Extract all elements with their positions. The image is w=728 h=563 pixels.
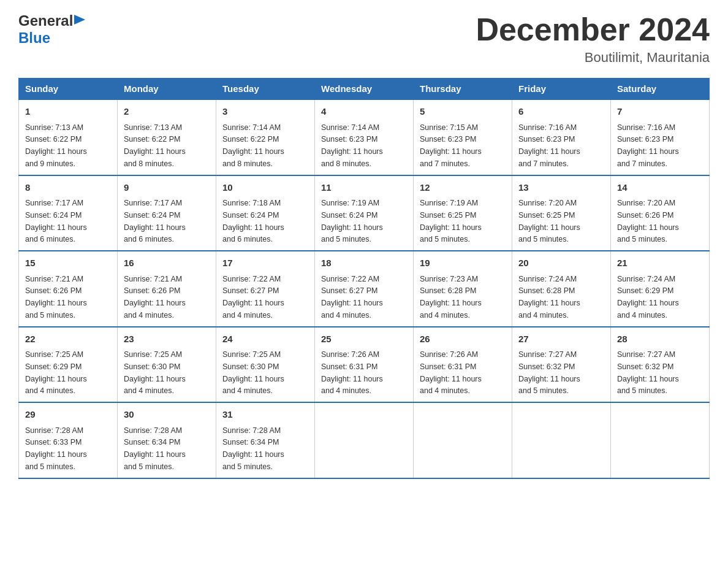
calendar-cell: 4 Sunrise: 7:14 AMSunset: 6:23 PMDayligh… <box>315 99 414 175</box>
day-info: Sunrise: 7:26 AMSunset: 6:31 PMDaylight:… <box>321 350 383 395</box>
calendar-cell: 20 Sunrise: 7:24 AMSunset: 6:28 PMDaylig… <box>512 251 611 327</box>
day-number: 20 <box>518 256 604 270</box>
day-number: 3 <box>222 105 308 119</box>
calendar-cell <box>315 402 414 478</box>
calendar-cell: 27 Sunrise: 7:27 AMSunset: 6:32 PMDaylig… <box>512 327 611 403</box>
calendar-cell: 19 Sunrise: 7:23 AMSunset: 6:28 PMDaylig… <box>414 251 512 327</box>
calendar-header-sunday: Sunday <box>19 79 118 100</box>
calendar-cell: 2 Sunrise: 7:13 AMSunset: 6:22 PMDayligh… <box>118 99 216 175</box>
day-info: Sunrise: 7:14 AMSunset: 6:22 PMDaylight:… <box>222 123 284 168</box>
calendar-cell: 3 Sunrise: 7:14 AMSunset: 6:22 PMDayligh… <box>216 99 315 175</box>
day-number: 17 <box>222 256 308 270</box>
calendar-cell: 24 Sunrise: 7:25 AMSunset: 6:30 PMDaylig… <box>216 327 315 403</box>
calendar-cell: 28 Sunrise: 7:27 AMSunset: 6:32 PMDaylig… <box>611 327 710 403</box>
day-info: Sunrise: 7:13 AMSunset: 6:22 PMDaylight:… <box>25 123 87 168</box>
calendar-cell: 14 Sunrise: 7:20 AMSunset: 6:26 PMDaylig… <box>611 175 710 251</box>
calendar-cell: 30 Sunrise: 7:28 AMSunset: 6:34 PMDaylig… <box>118 402 216 478</box>
day-info: Sunrise: 7:21 AMSunset: 6:26 PMDaylight:… <box>124 275 186 320</box>
day-number: 27 <box>518 332 604 347</box>
calendar-cell: 22 Sunrise: 7:25 AMSunset: 6:29 PMDaylig… <box>19 327 118 403</box>
calendar-cell: 9 Sunrise: 7:17 AMSunset: 6:24 PMDayligh… <box>118 175 216 251</box>
day-info: Sunrise: 7:14 AMSunset: 6:23 PMDaylight:… <box>321 123 383 168</box>
calendar-cell <box>512 402 611 478</box>
day-number: 2 <box>124 105 210 119</box>
day-info: Sunrise: 7:28 AMSunset: 6:33 PMDaylight:… <box>25 426 87 471</box>
day-number: 13 <box>518 181 604 195</box>
day-number: 12 <box>420 181 506 195</box>
calendar-cell: 23 Sunrise: 7:25 AMSunset: 6:30 PMDaylig… <box>118 327 216 403</box>
day-number: 22 <box>25 332 111 347</box>
page-header: General Blue December 2024 Boutilimit, M… <box>18 12 710 66</box>
calendar-cell: 29 Sunrise: 7:28 AMSunset: 6:33 PMDaylig… <box>19 402 118 478</box>
day-number: 25 <box>321 332 407 347</box>
calendar-cell: 11 Sunrise: 7:19 AMSunset: 6:24 PMDaylig… <box>315 175 414 251</box>
calendar-cell: 21 Sunrise: 7:24 AMSunset: 6:29 PMDaylig… <box>611 251 710 327</box>
svg-marker-0 <box>74 15 85 25</box>
logo-triangle-icon <box>74 15 86 27</box>
day-info: Sunrise: 7:15 AMSunset: 6:23 PMDaylight:… <box>420 123 482 168</box>
calendar-cell: 16 Sunrise: 7:21 AMSunset: 6:26 PMDaylig… <box>118 251 216 327</box>
day-number: 4 <box>321 105 407 119</box>
day-number: 11 <box>321 181 407 195</box>
day-info: Sunrise: 7:26 AMSunset: 6:31 PMDaylight:… <box>420 350 482 395</box>
day-info: Sunrise: 7:17 AMSunset: 6:24 PMDaylight:… <box>124 199 186 243</box>
day-info: Sunrise: 7:21 AMSunset: 6:26 PMDaylight:… <box>25 275 87 320</box>
calendar-cell: 8 Sunrise: 7:17 AMSunset: 6:24 PMDayligh… <box>19 175 118 251</box>
calendar-cell: 26 Sunrise: 7:26 AMSunset: 6:31 PMDaylig… <box>414 327 512 403</box>
day-number: 24 <box>222 332 308 347</box>
logo-blue-text: Blue <box>18 29 50 47</box>
calendar-cell: 13 Sunrise: 7:20 AMSunset: 6:25 PMDaylig… <box>512 175 611 251</box>
day-number: 29 <box>25 408 111 422</box>
day-number: 31 <box>222 408 308 422</box>
day-info: Sunrise: 7:25 AMSunset: 6:29 PMDaylight:… <box>25 350 87 395</box>
calendar-header-tuesday: Tuesday <box>216 79 315 100</box>
day-info: Sunrise: 7:24 AMSunset: 6:28 PMDaylight:… <box>518 275 580 320</box>
day-number: 26 <box>420 332 506 347</box>
calendar-header-thursday: Thursday <box>414 79 512 100</box>
calendar-cell: 6 Sunrise: 7:16 AMSunset: 6:23 PMDayligh… <box>512 99 611 175</box>
day-info: Sunrise: 7:25 AMSunset: 6:30 PMDaylight:… <box>222 350 284 395</box>
calendar-table: SundayMondayTuesdayWednesdayThursdayFrid… <box>18 78 710 479</box>
calendar-week-row: 8 Sunrise: 7:17 AMSunset: 6:24 PMDayligh… <box>19 175 710 251</box>
month-title: December 2024 <box>476 12 710 47</box>
calendar-cell <box>611 402 710 478</box>
calendar-cell: 25 Sunrise: 7:26 AMSunset: 6:31 PMDaylig… <box>315 327 414 403</box>
day-number: 30 <box>124 408 210 422</box>
calendar-header-friday: Friday <box>512 79 611 100</box>
day-info: Sunrise: 7:19 AMSunset: 6:24 PMDaylight:… <box>321 199 383 243</box>
day-number: 1 <box>25 105 111 119</box>
day-info: Sunrise: 7:27 AMSunset: 6:32 PMDaylight:… <box>617 350 679 395</box>
day-info: Sunrise: 7:18 AMSunset: 6:24 PMDaylight:… <box>222 199 284 243</box>
day-info: Sunrise: 7:16 AMSunset: 6:23 PMDaylight:… <box>617 123 679 168</box>
day-number: 19 <box>420 256 506 270</box>
day-info: Sunrise: 7:20 AMSunset: 6:25 PMDaylight:… <box>518 199 580 243</box>
calendar-header-wednesday: Wednesday <box>315 79 414 100</box>
calendar-header-saturday: Saturday <box>611 79 710 100</box>
calendar-header-row: SundayMondayTuesdayWednesdayThursdayFrid… <box>19 79 710 100</box>
day-info: Sunrise: 7:27 AMSunset: 6:32 PMDaylight:… <box>518 350 580 395</box>
day-number: 14 <box>617 181 703 195</box>
calendar-cell: 1 Sunrise: 7:13 AMSunset: 6:22 PMDayligh… <box>19 99 118 175</box>
calendar-week-row: 15 Sunrise: 7:21 AMSunset: 6:26 PMDaylig… <box>19 251 710 327</box>
day-number: 10 <box>222 181 308 195</box>
day-number: 15 <box>25 256 111 270</box>
day-info: Sunrise: 7:17 AMSunset: 6:24 PMDaylight:… <box>25 199 87 243</box>
calendar-cell: 18 Sunrise: 7:22 AMSunset: 6:27 PMDaylig… <box>315 251 414 327</box>
logo: General Blue <box>18 12 86 47</box>
calendar-week-row: 1 Sunrise: 7:13 AMSunset: 6:22 PMDayligh… <box>19 99 710 175</box>
day-info: Sunrise: 7:24 AMSunset: 6:29 PMDaylight:… <box>617 275 679 320</box>
calendar-cell: 31 Sunrise: 7:28 AMSunset: 6:34 PMDaylig… <box>216 402 315 478</box>
calendar-cell: 15 Sunrise: 7:21 AMSunset: 6:26 PMDaylig… <box>19 251 118 327</box>
calendar-cell <box>414 402 512 478</box>
day-number: 21 <box>617 256 703 270</box>
calendar-week-row: 22 Sunrise: 7:25 AMSunset: 6:29 PMDaylig… <box>19 327 710 403</box>
day-number: 18 <box>321 256 407 270</box>
title-block: December 2024 Boutilimit, Mauritania <box>476 12 710 66</box>
day-info: Sunrise: 7:16 AMSunset: 6:23 PMDaylight:… <box>518 123 580 168</box>
day-number: 6 <box>518 105 604 119</box>
day-info: Sunrise: 7:28 AMSunset: 6:34 PMDaylight:… <box>222 426 284 471</box>
day-number: 9 <box>124 181 210 195</box>
day-info: Sunrise: 7:20 AMSunset: 6:26 PMDaylight:… <box>617 199 679 243</box>
calendar-cell: 17 Sunrise: 7:22 AMSunset: 6:27 PMDaylig… <box>216 251 315 327</box>
day-number: 16 <box>124 256 210 270</box>
